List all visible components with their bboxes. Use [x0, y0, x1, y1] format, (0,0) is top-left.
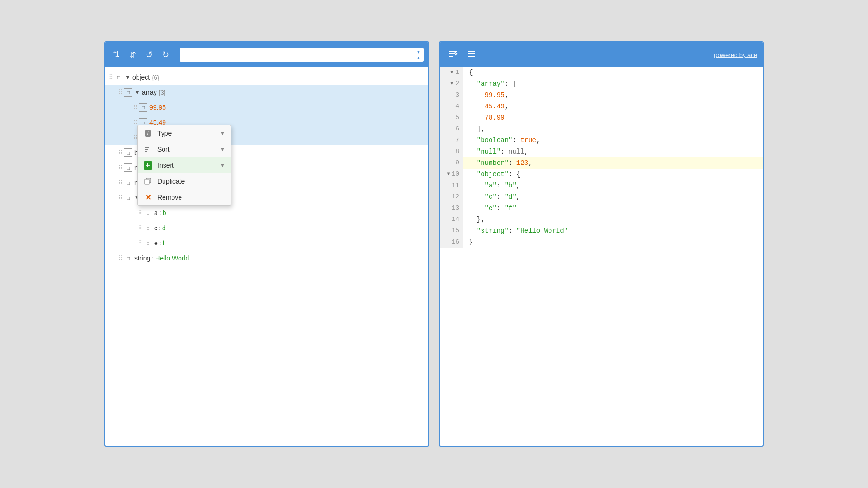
- line-number-13: 13: [440, 203, 463, 214]
- code-area: ▼ 1 { ▼ 2 "array": [ 3 99.95, 4: [440, 67, 763, 446]
- context-menu: I Type ▼ Sort ▼ + Insert ▼: [137, 125, 231, 206]
- drag-handle[interactable]: ⠿: [133, 119, 137, 126]
- drag-handle[interactable]: ⠿: [133, 104, 137, 111]
- drag-handle[interactable]: ⠿: [118, 195, 122, 201]
- key-e: e: [154, 239, 158, 247]
- code-line-11: 11 "a": "b",: [440, 180, 763, 191]
- node-icon: □: [144, 239, 152, 247]
- code-content-12: "c": "d",: [463, 191, 526, 203]
- drag-handle[interactable]: ⠿: [118, 179, 122, 186]
- right-panel: powered by ace ▼ 1 { ▼ 2 "array": [: [439, 41, 764, 447]
- drag-handle[interactable]: ⠿: [118, 164, 122, 171]
- key-name: object: [132, 73, 150, 81]
- key-c: c: [154, 224, 157, 232]
- val-string: d: [162, 224, 166, 232]
- left-panel: ⇅ ⇅ ↺ ↻ ▼ ▲ ⠿ □ ▼ object {6}: [104, 41, 429, 447]
- code-line-3: 3 99.95,: [440, 89, 763, 101]
- line-number-11: 11: [440, 180, 463, 191]
- drag-handle[interactable]: ⠿: [138, 240, 142, 246]
- node-icon: □: [115, 73, 123, 81]
- search-arrow-down-icon[interactable]: ▼: [416, 49, 421, 55]
- node-icon: □: [124, 148, 132, 157]
- fold-arrow-10[interactable]: ▼: [447, 169, 450, 180]
- code-line-5: 5 78.99: [440, 112, 763, 123]
- key-type: {6}: [152, 74, 159, 81]
- line-number-12: 12: [440, 191, 463, 203]
- code-line-15: 15 "string": "Hello World": [440, 225, 763, 236]
- menu-item-sort-label: Sort: [157, 146, 170, 153]
- collapse-all-button[interactable]: ⇅: [126, 48, 139, 62]
- line-number-6: 6: [440, 123, 463, 135]
- val-string: b: [163, 209, 166, 217]
- drag-handle[interactable]: ⠿: [118, 89, 122, 96]
- app-container: ⇅ ⇅ ↺ ↻ ▼ ▲ ⠿ □ ▼ object {6}: [104, 41, 764, 447]
- fold-arrow-2[interactable]: ▼: [450, 78, 453, 89]
- line-number-2: ▼ 2: [440, 78, 463, 89]
- line-number-9: 9: [440, 157, 463, 169]
- drag-handle[interactable]: ⠿: [138, 225, 142, 231]
- format-button[interactable]: [464, 47, 479, 63]
- arrow-icon[interactable]: ▼: [125, 74, 131, 81]
- node-icon: □: [124, 254, 132, 262]
- menu-item-insert-label: Insert: [157, 162, 174, 169]
- drag-handle[interactable]: ⠿: [118, 149, 122, 156]
- code-content-15: "string": "Hello World": [463, 225, 573, 236]
- code-content-11: "a": "b",: [463, 180, 526, 191]
- duplicate-icon: [143, 177, 153, 186]
- drag-handle[interactable]: ⠿: [109, 74, 113, 81]
- menu-item-type[interactable]: I Type ▼: [138, 125, 231, 141]
- right-toolbar: powered by ace: [440, 42, 763, 67]
- line-number-10: ▼ 10: [440, 169, 463, 180]
- menu-item-insert[interactable]: + Insert ▼: [138, 157, 231, 173]
- drag-handle[interactable]: ⠿: [133, 134, 137, 141]
- val-string: Hello World: [155, 254, 189, 262]
- search-box: ▼ ▲: [180, 48, 424, 62]
- sort-icon: [143, 145, 153, 154]
- line-number-4: 4: [440, 101, 463, 112]
- code-content-13: "e": "f": [463, 203, 522, 214]
- code-line-7: 7 "boolean": true,: [440, 135, 763, 146]
- sort-arrow-icon: ▼: [220, 146, 225, 152]
- expand-all-button[interactable]: ⇅: [110, 48, 123, 62]
- code-line-10: ▼ 10 "object": {: [440, 169, 763, 180]
- redo-button[interactable]: ↻: [159, 48, 172, 62]
- menu-item-type-label: Type: [157, 130, 172, 137]
- key-string: string: [134, 254, 150, 262]
- line-number-8: 8: [440, 146, 463, 157]
- arrow-icon[interactable]: ▼: [134, 89, 140, 96]
- key-array: array: [142, 89, 157, 96]
- code-line-8: 8 "null": null,: [440, 146, 763, 157]
- drag-handle[interactable]: ⠿: [118, 255, 122, 261]
- powered-by-label[interactable]: powered by ace: [714, 51, 757, 58]
- key-a: a: [154, 209, 158, 217]
- code-content-8: "null": null,: [463, 146, 534, 157]
- line-number-7: 7: [440, 135, 463, 146]
- menu-item-sort[interactable]: Sort ▼: [138, 141, 231, 157]
- code-content-4: 45.49,: [463, 101, 514, 112]
- menu-item-duplicate[interactable]: Duplicate: [138, 173, 231, 189]
- wrap-lines-button[interactable]: [445, 47, 460, 63]
- menu-item-remove[interactable]: ✕ Remove: [138, 189, 231, 205]
- fold-arrow-1[interactable]: ▼: [450, 67, 453, 78]
- code-line-14: 14 },: [440, 214, 763, 225]
- node-icon: □: [124, 194, 132, 202]
- code-content-2: "array": [: [463, 78, 522, 89]
- search-arrow-up-icon[interactable]: ▲: [416, 55, 421, 60]
- key-type: [3]: [159, 89, 165, 96]
- tree-row-c: ⠿ □ c : d: [105, 220, 428, 236]
- val-string: f: [163, 239, 164, 247]
- remove-icon: ✕: [143, 193, 153, 202]
- menu-item-remove-label: Remove: [157, 194, 182, 201]
- code-line-4: 4 45.49,: [440, 101, 763, 112]
- code-line-16: 16 }: [440, 236, 763, 248]
- undo-button[interactable]: ↺: [143, 48, 156, 62]
- search-input[interactable]: [180, 48, 424, 62]
- right-toolbar-buttons: [445, 47, 479, 63]
- code-line-9: 9 "number": 123,: [440, 157, 763, 169]
- menu-item-duplicate-label: Duplicate: [157, 178, 185, 185]
- code-content-14: },: [463, 214, 491, 225]
- code-content-7: "boolean": true,: [463, 135, 546, 146]
- left-toolbar: ⇅ ⇅ ↺ ↻ ▼ ▲: [105, 42, 428, 67]
- drag-handle[interactable]: ⠿: [138, 210, 142, 216]
- line-number-16: 16: [440, 236, 463, 248]
